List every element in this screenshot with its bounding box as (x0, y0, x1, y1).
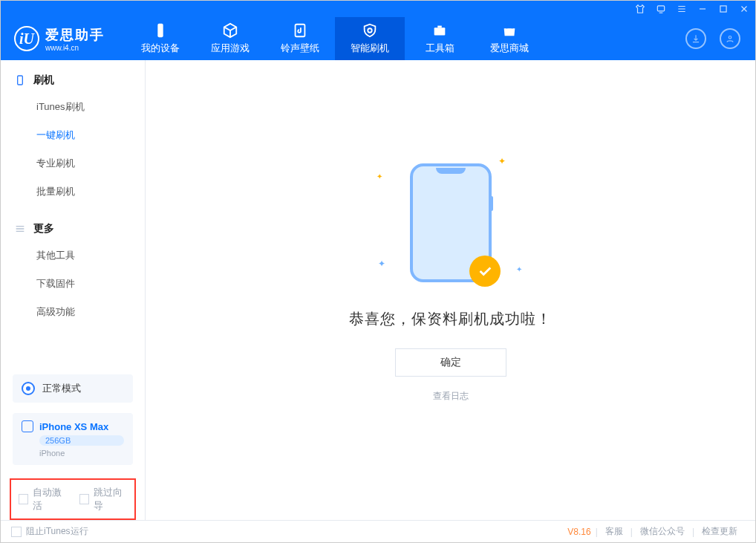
mode-icon (22, 382, 35, 395)
tab-flash[interactable]: 智能刷机 (335, 17, 405, 60)
tab-apps[interactable]: 应用游戏 (195, 17, 265, 60)
account-button[interactable] (720, 28, 740, 49)
maximize-icon[interactable] (718, 4, 729, 14)
footer-link-support[interactable]: 客服 (605, 525, 623, 538)
tab-toolbox[interactable]: 工具箱 (405, 17, 475, 60)
main-content: ✦ ✦ ✦ ✦ 恭喜您，保资料刷机成功啦！ 确定 查看日志 (146, 60, 755, 520)
section-title: 刷机 (33, 74, 54, 87)
app-logo: iU 爱思助手 www.i4.cn (14, 26, 105, 52)
svg-rect-1 (720, 6, 726, 12)
download-button[interactable] (685, 28, 706, 49)
device-type: iPhone (39, 449, 124, 458)
refresh-shield-icon (362, 22, 378, 39)
auto-activate-checkbox[interactable]: 自动激活 (19, 486, 66, 513)
cube-icon (222, 22, 238, 39)
svg-rect-7 (18, 76, 23, 85)
device-storage: 256GB (39, 435, 124, 446)
tab-label: 工具箱 (426, 42, 454, 55)
checkbox-icon (19, 494, 28, 504)
sparkle-icon: ✦ (378, 259, 385, 269)
svg-rect-2 (157, 24, 163, 37)
checkbox-icon (79, 494, 89, 504)
music-icon (292, 22, 308, 39)
sidebar-item-othertools[interactable]: 其他工具 (1, 241, 145, 270)
feedback-icon[interactable] (656, 4, 666, 14)
logo-badge: iU (14, 26, 39, 51)
highlighted-options: 自动激活 跳过向导 (10, 478, 136, 520)
header: iU 爱思助手 www.i4.cn 我的设备 应用游戏 铃声壁纸 智能刷机 工具… (1, 17, 755, 60)
tab-label: 爱思商城 (490, 42, 529, 55)
sidebar-item-onekey[interactable]: 一键刷机 (1, 121, 145, 149)
mode-label: 正常模式 (42, 382, 81, 395)
titlebar (1, 1, 755, 17)
skip-guide-checkbox[interactable]: 跳过向导 (79, 486, 127, 513)
ok-button[interactable]: 确定 (395, 348, 506, 377)
sparkle-icon: ✦ (516, 265, 522, 273)
sidebar-item-pro[interactable]: 专业刷机 (1, 149, 145, 178)
checkbox-label: 自动激活 (33, 486, 67, 513)
view-log-link[interactable]: 查看日志 (433, 390, 469, 403)
sparkle-icon: ✦ (498, 156, 506, 166)
mode-card[interactable]: 正常模式 (13, 374, 133, 403)
more-icon (14, 223, 26, 235)
sidebar-section-flash: 刷机 (1, 74, 145, 87)
section-title: 更多 (33, 222, 54, 235)
skin-icon[interactable] (635, 4, 645, 14)
tab-label: 铃声壁纸 (281, 42, 319, 55)
tab-label: 智能刷机 (351, 42, 389, 55)
footer-link-update[interactable]: 检查更新 (702, 525, 737, 538)
device-name: iPhone XS Max (39, 421, 108, 432)
sidebar-item-itunes[interactable]: iTunes刷机 (1, 93, 145, 121)
store-icon (501, 22, 518, 39)
block-itunes-checkbox[interactable]: 阻止iTunes运行 (11, 525, 88, 538)
checkbox-label: 跳过向导 (94, 486, 128, 513)
sidebar: 刷机 iTunes刷机 一键刷机 专业刷机 批量刷机 更多 其他工具 下载固件 … (1, 60, 146, 520)
sparkle-icon: ✦ (377, 172, 382, 181)
phone-icon (14, 74, 26, 86)
sidebar-item-firmware[interactable]: 下载固件 (1, 270, 145, 298)
sidebar-item-batch[interactable]: 批量刷机 (1, 178, 145, 206)
app-name: 爱思助手 (45, 26, 105, 44)
tab-label: 应用游戏 (211, 42, 250, 55)
success-check-icon (469, 256, 501, 287)
tab-store[interactable]: 爱思商城 (475, 17, 544, 60)
tab-ring[interactable]: 铃声壁纸 (265, 17, 335, 60)
footer-link-wechat[interactable]: 微信公众号 (640, 525, 685, 538)
svg-rect-5 (437, 26, 442, 28)
footer: 阻止iTunes运行 V8.16 | 客服 | 微信公众号 | 检查更新 (1, 520, 755, 542)
phone-illustration (410, 163, 492, 282)
device-icon (22, 420, 33, 432)
tab-device[interactable]: 我的设备 (126, 17, 195, 60)
sidebar-item-advanced[interactable]: 高级功能 (1, 298, 145, 326)
device-card[interactable]: iPhone XS Max 256GB iPhone (13, 413, 133, 465)
app-site: www.i4.cn (45, 44, 105, 52)
svg-rect-0 (657, 6, 664, 11)
checkbox-label: 阻止iTunes运行 (26, 525, 88, 538)
version-label: V8.16 (567, 527, 590, 537)
svg-rect-4 (434, 27, 446, 35)
success-message: 恭喜您，保资料刷机成功啦！ (349, 309, 552, 329)
header-tabs: 我的设备 应用游戏 铃声壁纸 智能刷机 工具箱 爱思商城 (126, 17, 544, 60)
checkbox-icon (11, 527, 22, 537)
toolbox-icon (431, 22, 448, 39)
close-icon[interactable] (739, 4, 749, 14)
menu-icon[interactable] (677, 4, 687, 14)
tab-label: 我的设备 (141, 42, 180, 55)
svg-point-6 (729, 36, 731, 39)
device-icon (152, 22, 169, 39)
sidebar-section-more: 更多 (1, 222, 145, 235)
minimize-icon[interactable] (697, 4, 708, 14)
